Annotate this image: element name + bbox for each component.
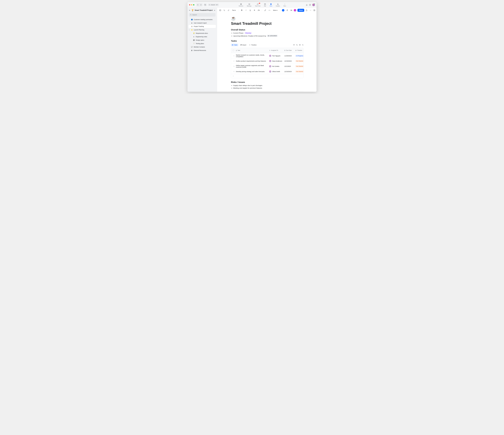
cell-assignee[interactable]: Dave Anderson xyxy=(268,59,283,63)
comments-button[interactable] xyxy=(305,9,308,12)
tab-meetings[interactable]: Meetings xyxy=(247,3,252,7)
profile-avatar[interactable] xyxy=(312,4,315,6)
table-row[interactable]: 4 Develop pricing strategy and sales for… xyxy=(231,69,303,74)
col-timeline[interactable]: Timeline xyxy=(295,49,304,52)
svg-line-19 xyxy=(191,15,191,15)
collaborator-avatar[interactable] xyxy=(294,9,297,12)
col-task[interactable]: A̲Task xyxy=(235,49,268,52)
cell-assignee[interactable]: Kei Umeko xyxy=(268,65,283,68)
cell-due[interactable]: 12/1/2023 xyxy=(283,65,295,68)
redo-button[interactable] xyxy=(227,9,230,12)
risk-item[interactable]: Supply chain delays due to part shortage… xyxy=(233,85,304,86)
tab-huddles[interactable]: Huddles xyxy=(276,3,280,7)
tab-team-chat[interactable]: 1 Team Chat xyxy=(255,3,260,7)
sidebar-item-project-tracking[interactable]: ☕Project Tracking xyxy=(189,25,216,28)
filter-icon[interactable] xyxy=(293,44,295,46)
cell-due[interactable]: 12/10/2023 xyxy=(283,70,295,73)
start-video-button[interactable] xyxy=(290,9,293,12)
sidebar-item-customer-meeting-summaries[interactable]: 🔵Customer meeting summaries xyxy=(189,18,216,21)
doc-scroll[interactable]: ☕ Smart Treadmill Project Overall Status… xyxy=(217,13,316,92)
risks-heading[interactable]: Risks / Issues xyxy=(231,81,304,83)
cell-status[interactable]: In Progress xyxy=(295,54,304,57)
cell-status[interactable]: Not Started xyxy=(295,65,304,68)
strikethrough-button[interactable]: S xyxy=(253,9,256,12)
view-tab-board[interactable]: Board xyxy=(239,44,247,46)
risk-item[interactable]: Meeting cost targets for premium feature… xyxy=(233,87,304,89)
cell-task[interactable]: Define target customer segments and idea… xyxy=(235,64,268,69)
view-tab-table[interactable]: Table xyxy=(231,44,238,46)
chevron-right-icon[interactable]: ▸ xyxy=(189,29,189,30)
more-format-button[interactable]: More▾ xyxy=(272,9,278,11)
underline-button[interactable]: U xyxy=(249,9,252,12)
doc-title[interactable]: Smart Treadmill Project xyxy=(231,21,304,26)
sidebar-item-external-resources[interactable]: 🗑External Resources xyxy=(189,49,216,52)
doc-hero-icon[interactable]: ☕ xyxy=(231,16,304,21)
toggle-sidebar-button[interactable] xyxy=(219,9,222,12)
table-row[interactable]: 3 Define target customer segments and id… xyxy=(231,63,303,69)
fields-icon[interactable] xyxy=(299,44,301,46)
svg-point-0 xyxy=(209,4,210,5)
code-button[interactable] xyxy=(268,9,271,12)
cell-assignee[interactable]: Olivia Smith xyxy=(268,70,283,73)
sidebar-item-requirements-docs[interactable]: 💡Requirements docs xyxy=(189,32,216,35)
status-phase[interactable]: Current Phase: Planning xyxy=(233,32,304,34)
italic-button[interactable]: I xyxy=(244,9,247,12)
table-row[interactable]: 2 Outline product requirements and key f… xyxy=(231,59,303,63)
sidebar-search[interactable]: Search xyxy=(189,13,216,17)
col-assigned[interactable]: Assigned To xyxy=(268,49,283,52)
sidebar-item-testing-plans[interactable]: 🍸Testing plans xyxy=(189,42,216,45)
table-row[interactable]: 1 Market research on customer needs, tre… xyxy=(231,53,303,59)
search-in-table-icon[interactable] xyxy=(302,44,304,46)
global-search[interactable]: Search ⌘F xyxy=(208,4,219,6)
undo-button[interactable] xyxy=(223,9,226,12)
col-due[interactable]: Due Date xyxy=(283,49,295,52)
tab-workvivo[interactable]: Workvivo xyxy=(239,3,243,7)
cell-due[interactable]: 11/20/2023 xyxy=(283,54,295,57)
minimize-window-button[interactable] xyxy=(191,4,192,5)
history-button[interactable] xyxy=(204,3,207,6)
sidebar-title: Smart Treadmill Project xyxy=(195,9,213,11)
nav-back-button[interactable] xyxy=(196,3,199,6)
sidebar-item-engineering-notes[interactable]: ♠Engineering notes xyxy=(189,35,216,38)
cell-assignee[interactable]: Tom Nguyen xyxy=(268,54,283,58)
cell-status[interactable]: Not Started xyxy=(295,70,304,73)
sidebar-item-launch-planning[interactable]: ▸⭐Launch Planning xyxy=(189,28,216,31)
format-painter-button[interactable] xyxy=(286,9,288,12)
add-row-button[interactable]: ＋ xyxy=(231,74,303,78)
cell-task[interactable]: Outline product requirements and key fea… xyxy=(235,60,268,62)
tab-mail[interactable]: Mail xyxy=(264,3,266,7)
huddles-icon xyxy=(277,3,279,5)
sidebar-item-member-contacts[interactable]: 💬Member Contacts xyxy=(189,45,216,49)
share-button[interactable]: Share xyxy=(297,9,304,12)
back-arrow-icon[interactable] xyxy=(189,9,190,11)
tasks-heading[interactable]: Tasks xyxy=(231,40,304,42)
cell-task[interactable]: Market research on customer needs, trend… xyxy=(235,54,268,58)
select-all-checkbox[interactable] xyxy=(233,50,234,51)
text-style-select[interactable]: Text▾ xyxy=(231,9,237,11)
panel-toggle-icon[interactable] xyxy=(309,4,311,6)
cell-task[interactable]: Develop pricing strategy and sales forec… xyxy=(235,70,268,73)
tab-more[interactable]: More xyxy=(284,3,286,7)
bell-icon[interactable] xyxy=(306,4,308,6)
tab-docs[interactable]: Docs xyxy=(270,3,272,7)
new-page-button[interactable]: ＋ xyxy=(214,9,216,11)
status-milestone[interactable]: Upcoming Milestone: Finalize GTM researc… xyxy=(233,35,304,37)
insert-button[interactable]: ＋ xyxy=(282,9,284,11)
view-tab-timeline[interactable]: Timeline xyxy=(248,44,257,46)
sidebar-item-design-specs[interactable]: 🔘Design specs xyxy=(189,38,216,42)
link-button[interactable] xyxy=(264,9,267,12)
sidebar-item-user-research-report[interactable]: ♣User research report xyxy=(189,21,216,25)
zoom-window-button[interactable] xyxy=(193,4,194,5)
cell-due[interactable]: 12/15/2023 xyxy=(283,60,295,62)
overall-status-heading[interactable]: Overall Status xyxy=(231,28,304,31)
sort-icon[interactable] xyxy=(296,44,298,46)
date-chip[interactable]: 12/21/2023 xyxy=(267,35,278,37)
cell-status[interactable]: Not Started xyxy=(295,59,304,63)
toggle-right-panel-button[interactable] xyxy=(313,9,316,12)
bold-button[interactable]: B xyxy=(240,9,243,12)
more-actions-button[interactable] xyxy=(309,9,312,12)
text-color-button[interactable]: A▾ xyxy=(257,9,260,12)
nav-forward-button[interactable] xyxy=(199,3,202,6)
close-window-button[interactable] xyxy=(189,4,190,5)
completed-items-callout[interactable]: 📦 Completed Items xyxy=(231,91,304,92)
